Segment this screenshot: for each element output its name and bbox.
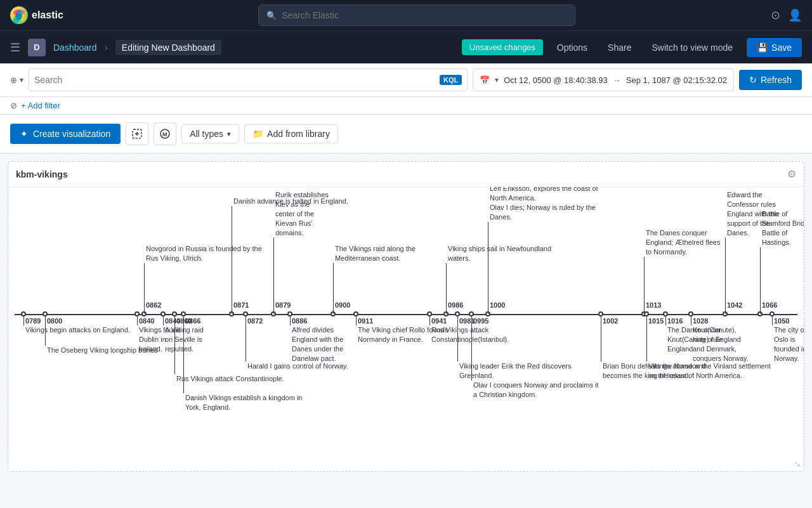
options-button[interactable]: Options bbox=[551, 39, 594, 56]
elastic-text: elastic bbox=[32, 10, 63, 21]
dropdown-chevron-icon: ▾ bbox=[227, 130, 231, 138]
hamburger-menu[interactable]: ☰ bbox=[10, 41, 20, 55]
filter-dropdown-icon[interactable]: ▾ bbox=[20, 75, 23, 84]
unsaved-changes-badge: Unsaved changes bbox=[462, 39, 543, 55]
search-icon: 🔍 bbox=[266, 11, 277, 20]
refresh-icon: ↻ bbox=[749, 75, 757, 85]
refresh-button[interactable]: ↻ Refresh bbox=[739, 70, 802, 90]
breadcrumb-separator: › bbox=[105, 42, 108, 53]
elastic-logo[interactable]: elastic bbox=[10, 6, 63, 24]
top-navigation: elastic 🔍 ⊙ 👤 bbox=[0, 0, 812, 30]
search-input[interactable] bbox=[282, 10, 567, 20]
breadcrumb-icon: D bbox=[28, 39, 46, 56]
lasso-tool-button[interactable] bbox=[126, 122, 148, 145]
kbm-vikings-panel: kbm-vikings ⚙ 0862Novgorod in Russia is … bbox=[8, 161, 804, 472]
global-search[interactable]: 🔍 bbox=[258, 4, 575, 26]
time-to: Sep 1, 1087 @ 02:15:32.02 bbox=[626, 75, 727, 85]
svg-text:M: M bbox=[162, 131, 167, 138]
time-dropdown-icon[interactable]: ▾ bbox=[495, 75, 499, 84]
kql-badge[interactable]: KQL bbox=[440, 75, 462, 85]
search-input-area[interactable]: KQL bbox=[29, 68, 468, 91]
panel-title: kbm-vikings bbox=[16, 169, 68, 179]
user-icon[interactable]: 👤 bbox=[788, 8, 802, 22]
save-button[interactable]: 💾 Save bbox=[747, 38, 802, 57]
panel-settings-icon[interactable]: ⚙ bbox=[787, 168, 796, 180]
header-bar: ☰ D Dashboard › Editing New Dashboard Un… bbox=[0, 30, 812, 63]
save-icon: 💾 bbox=[757, 42, 768, 53]
add-from-library-button[interactable]: 📁 Add from library bbox=[244, 124, 338, 143]
panel-header: kbm-vikings ⚙ bbox=[8, 162, 804, 187]
filter-icons[interactable]: ⊕ ▾ bbox=[10, 75, 23, 85]
elastic-logo-icon bbox=[10, 6, 28, 24]
svg-point-4 bbox=[16, 10, 22, 20]
add-filter-link[interactable]: + Add filter bbox=[21, 101, 60, 110]
markdown-button[interactable]: M bbox=[154, 122, 176, 145]
time-arrow: → bbox=[613, 75, 621, 85]
breadcrumb-dashboard-link[interactable]: Dashboard bbox=[53, 42, 97, 53]
library-icon: 📁 bbox=[252, 129, 263, 139]
dashboard-area: kbm-vikings ⚙ 0862Novgorod in Russia is … bbox=[0, 153, 812, 479]
filter-type-icon[interactable]: ⊕ bbox=[10, 75, 17, 85]
filter-bar: ⊕ ▾ KQL 📅 ▾ Oct 12, 0500 @ 18:40:38.93 →… bbox=[0, 63, 812, 97]
create-viz-icon: ✦ bbox=[20, 129, 28, 139]
nav-icons: ⊙ 👤 bbox=[771, 8, 802, 22]
breadcrumb-current: Editing New Dashboard bbox=[115, 40, 221, 55]
calendar-icon: 📅 bbox=[480, 75, 490, 85]
filter-options-icon[interactable]: ⊘ bbox=[10, 101, 17, 110]
search-filter-input[interactable] bbox=[34, 75, 440, 85]
time-range-picker[interactable]: 📅 ▾ Oct 12, 0500 @ 18:40:38.93 → Sep 1, … bbox=[473, 68, 734, 91]
toolbar: ✦ Create visualization M All types ▾ 📁 A… bbox=[0, 115, 812, 153]
time-from: Oct 12, 0500 @ 18:40:38.93 bbox=[504, 75, 608, 85]
share-button[interactable]: Share bbox=[601, 39, 638, 56]
switch-view-mode-button[interactable]: Switch to view mode bbox=[645, 39, 739, 56]
create-visualization-button[interactable]: ✦ Create visualization bbox=[10, 124, 121, 144]
add-filter-row: ⊘ + Add filter bbox=[0, 97, 812, 115]
timeline-visualization: 0862Novgorod in Russia is founded by the… bbox=[8, 187, 804, 466]
all-types-dropdown[interactable]: All types ▾ bbox=[181, 124, 239, 143]
help-icon[interactable]: ⊙ bbox=[771, 8, 780, 22]
panel-resize-handle[interactable]: ↘ bbox=[794, 459, 801, 469]
